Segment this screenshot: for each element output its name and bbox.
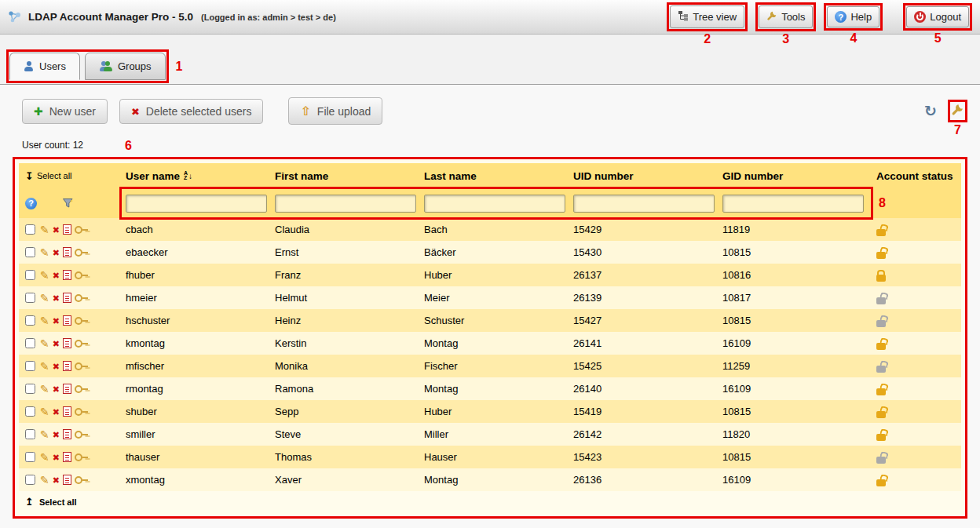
user-name-cell[interactable]: ebaecker	[122, 246, 272, 258]
edit-icon[interactable]	[40, 406, 49, 418]
pdf-icon[interactable]	[63, 224, 71, 235]
password-icon[interactable]	[75, 271, 88, 279]
delete-selected-users-button[interactable]: Delete selected users	[119, 99, 264, 124]
password-icon[interactable]	[75, 340, 88, 347]
column-header-user-name[interactable]: User name	[122, 170, 272, 182]
delete-row-icon[interactable]	[53, 406, 60, 417]
filter-uid-number-input[interactable]	[573, 195, 715, 213]
user-name-cell[interactable]: shuber	[122, 406, 272, 417]
row-checkbox[interactable]	[25, 247, 35, 257]
pdf-icon[interactable]	[63, 452, 71, 462]
pdf-icon[interactable]	[63, 247, 71, 257]
select-all-top[interactable]: Select all	[19, 170, 122, 182]
delete-row-icon[interactable]	[53, 292, 60, 304]
filter-user-name-input[interactable]	[126, 195, 267, 213]
edit-icon[interactable]	[40, 315, 49, 327]
password-icon[interactable]	[75, 362, 88, 370]
user-name-cell[interactable]: rmontag	[122, 383, 272, 395]
password-icon[interactable]	[75, 249, 88, 256]
tree-view-button[interactable]: Tree view	[670, 5, 744, 28]
pdf-icon[interactable]	[63, 315, 71, 326]
filter-gid-number-input[interactable]	[722, 195, 864, 213]
account-status-icon	[876, 320, 886, 327]
row-checkbox[interactable]	[25, 429, 35, 439]
password-icon[interactable]	[75, 453, 88, 461]
column-header-last-name[interactable]: Last name	[421, 170, 570, 182]
delete-row-icon[interactable]	[53, 246, 60, 258]
user-name-cell[interactable]: fhuber	[122, 269, 272, 281]
edit-icon[interactable]	[40, 360, 49, 373]
delete-row-icon[interactable]	[53, 428, 60, 440]
refresh-icon[interactable]	[924, 102, 937, 120]
user-name-cell[interactable]: cbach	[122, 224, 272, 235]
column-header-uid-number[interactable]: UID number	[570, 170, 719, 182]
user-name-cell[interactable]: hschuster	[122, 315, 272, 326]
tab-users[interactable]: Users	[9, 53, 80, 80]
row-checkbox[interactable]	[25, 361, 35, 371]
help-button[interactable]: Help	[827, 6, 879, 27]
pdf-icon[interactable]	[63, 384, 71, 394]
edit-icon[interactable]	[40, 474, 49, 486]
password-icon[interactable]	[75, 476, 88, 483]
row-checkbox[interactable]	[25, 315, 35, 326]
password-icon[interactable]	[75, 294, 88, 301]
password-icon[interactable]	[75, 317, 88, 324]
user-name-cell[interactable]: kmontag	[122, 337, 272, 349]
tab-groups[interactable]: Groups	[85, 53, 166, 80]
edit-icon[interactable]	[40, 269, 49, 282]
user-name-cell[interactable]: thauser	[122, 451, 272, 463]
pdf-icon[interactable]	[63, 406, 71, 417]
pdf-icon[interactable]	[63, 293, 71, 303]
help-badge-icon[interactable]	[25, 198, 37, 209]
pdf-icon[interactable]	[63, 361, 71, 371]
edit-icon[interactable]	[40, 246, 49, 259]
delete-row-icon[interactable]	[53, 451, 60, 463]
row-checkbox[interactable]	[25, 270, 35, 280]
password-icon[interactable]	[75, 226, 88, 233]
row-checkbox[interactable]	[25, 384, 35, 394]
row-checkbox[interactable]	[25, 293, 35, 303]
logout-button[interactable]: Logout	[906, 6, 969, 27]
password-icon[interactable]	[75, 385, 88, 392]
filter-first-name-input[interactable]	[275, 195, 416, 213]
user-name-cell[interactable]: mfischer	[122, 360, 272, 372]
row-checkbox[interactable]	[25, 406, 35, 417]
delete-row-icon[interactable]	[53, 474, 60, 486]
sort-icon[interactable]	[184, 171, 192, 180]
wrench-settings-icon[interactable]	[951, 103, 964, 116]
select-all-bottom[interactable]: Select all	[19, 491, 961, 512]
edit-icon[interactable]	[40, 337, 49, 350]
column-header-gid-number[interactable]: GID number	[719, 170, 868, 182]
delete-row-icon[interactable]	[53, 269, 60, 281]
edit-icon[interactable]	[40, 224, 49, 236]
edit-icon[interactable]	[40, 428, 49, 441]
row-checkbox[interactable]	[25, 452, 35, 462]
column-header-first-name[interactable]: First name	[272, 170, 421, 182]
pdf-icon[interactable]	[63, 475, 71, 485]
delete-row-icon[interactable]	[53, 315, 60, 326]
tools-button[interactable]: Tools	[759, 5, 813, 28]
filter-last-name-input[interactable]	[424, 195, 565, 213]
edit-icon[interactable]	[40, 451, 49, 464]
user-name-cell[interactable]: smiller	[122, 428, 272, 440]
edit-icon[interactable]	[40, 383, 49, 395]
pdf-icon[interactable]	[63, 338, 71, 348]
delete-row-icon[interactable]	[53, 337, 60, 349]
filter-icon[interactable]	[62, 198, 74, 209]
password-icon[interactable]	[75, 408, 88, 415]
delete-row-icon[interactable]	[53, 224, 60, 235]
new-user-button[interactable]: New user	[22, 99, 108, 124]
gid-number-cell: 10815	[719, 315, 868, 326]
delete-row-icon[interactable]	[53, 360, 60, 372]
password-icon[interactable]	[75, 431, 88, 438]
row-checkbox[interactable]	[25, 475, 35, 485]
user-name-cell[interactable]: xmontag	[122, 474, 272, 486]
file-upload-button[interactable]: File upload	[288, 97, 382, 125]
row-checkbox[interactable]	[25, 224, 35, 235]
row-checkbox[interactable]	[25, 338, 35, 348]
edit-icon[interactable]	[40, 292, 49, 304]
delete-row-icon[interactable]	[53, 383, 60, 395]
user-name-cell[interactable]: hmeier	[122, 292, 272, 304]
pdf-icon[interactable]	[63, 270, 71, 280]
pdf-icon[interactable]	[63, 429, 71, 439]
